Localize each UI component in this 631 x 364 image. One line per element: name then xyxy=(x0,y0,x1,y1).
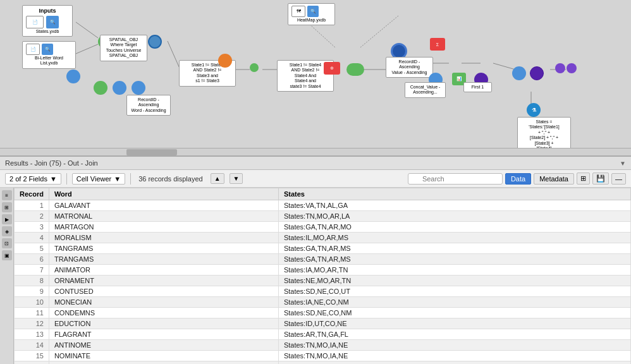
cell-record: 5 xyxy=(15,243,49,254)
fields-label: 2 of 2 Fields xyxy=(9,175,47,183)
sidebar-icon-5[interactable]: ⊡ xyxy=(2,238,12,248)
join-connector[interactable] xyxy=(346,63,364,76)
cell-word: MATRONAL xyxy=(49,211,278,222)
cell-record: 3 xyxy=(15,222,49,233)
cell-word: GALAVANT xyxy=(49,200,278,211)
table-row: 15 NOMINATE States:TN,MO,IA,NE xyxy=(15,351,631,361)
cell-word: ORNAMENT xyxy=(49,276,278,286)
cell-states: States:GA,TN,AR,MS xyxy=(278,243,630,254)
bi-letter-node[interactable]: 📄 🔍 Bi-Letter WordList.yxdb xyxy=(22,41,76,69)
cell-word: CONDEMNS xyxy=(49,308,278,318)
heatmap-node[interactable]: 🗺 🔍 HeatMap.yxdb xyxy=(288,3,335,25)
multi-output-node[interactable] xyxy=(555,63,577,73)
cell-word: ANIMATOR xyxy=(49,265,278,276)
output-node-1[interactable] xyxy=(250,63,259,72)
cell-states: States:ID,UT,CO,NE xyxy=(278,318,630,329)
cell-states: States:IL,MO,AR,MS xyxy=(278,233,630,243)
cell-word: FLAGRANT xyxy=(49,329,278,340)
python-node[interactable]: ⚗ xyxy=(527,103,541,117)
cell-states: States:AR,TN,GA,FL xyxy=(278,329,630,340)
sidebar-icon-2[interactable]: ⊞ xyxy=(2,202,12,212)
sort-node-1[interactable] xyxy=(66,70,80,83)
table-row: 7 ANIMATOR States:IA,MO,AR,TN xyxy=(15,265,631,276)
cell-states: States:IA,NE,CO,NM xyxy=(278,297,630,308)
workflow-canvas[interactable]: Inputs 📄 🔍 States.yxdb 📄 🔍 Bi-Letter Wor… xyxy=(0,0,631,157)
data-table: Record Word States 1 GALAVANT States:VA,… xyxy=(14,188,631,364)
records-count: 36 records displayed xyxy=(136,174,205,184)
options-btn[interactable]: — xyxy=(611,173,626,185)
summarize-node-2[interactable]: ⊕ xyxy=(324,62,340,75)
col-record[interactable]: Record xyxy=(15,188,49,200)
cell-record: 9 xyxy=(15,286,49,297)
cell-states: States:TN,MO,IA,NE xyxy=(278,351,630,361)
fields-selector[interactable]: 2 of 2 Fields ▼ xyxy=(5,173,61,185)
sort-up-btn[interactable]: ▲ xyxy=(211,173,224,184)
filter-node-3[interactable] xyxy=(132,81,145,95)
cell-word: TANGRAMS xyxy=(49,243,278,254)
col-states[interactable]: States xyxy=(278,188,630,200)
results-body: ≡ ⊞ ▶ ◈ ⊡ ▣ Record Word States 1 GALAVAN… xyxy=(0,188,631,364)
data-tab-btn[interactable]: Data xyxy=(505,173,531,185)
cell-states: States:SD,NE,CO,UT xyxy=(278,286,630,297)
sidebar-icon-3[interactable]: ▶ xyxy=(2,214,12,224)
concat-node[interactable]: Concat_Value -Ascending... xyxy=(405,82,446,98)
cell-record: 16 xyxy=(15,361,49,365)
cell-states: States:SD,NE,CO,NM xyxy=(278,308,630,318)
canvas-scrollbar[interactable] xyxy=(0,148,631,155)
cell-states: States:TN,MO,AR,LA xyxy=(278,211,630,222)
table-row: 6 TRANGAMS States:GA,TN,AR,MS xyxy=(15,254,631,265)
cell-record: 8 xyxy=(15,276,49,286)
spatial-node[interactable]: SPATIAL_OBJWhere TargetTouches UniverseS… xyxy=(100,35,147,61)
join-node-3[interactable] xyxy=(512,66,526,80)
sidebar-icon-6[interactable]: ▣ xyxy=(2,250,12,260)
sidebar-icon-1[interactable]: ≡ xyxy=(2,190,12,200)
cell-record: 14 xyxy=(15,340,49,351)
cell-viewer-btn[interactable]: Cell Viewer ▼ xyxy=(72,173,125,185)
results-panel: Results - Join (75) - Out - Join ▼ 2 of … xyxy=(0,157,631,364)
separator-2 xyxy=(130,173,131,185)
results-title: Results - Join (75) - Out - Join xyxy=(5,159,98,167)
summarize-node-3[interactable]: Σ xyxy=(430,38,445,51)
recordid-node-2[interactable]: RecordID -AscendingValue - Ascending xyxy=(386,57,433,78)
cell-record: 2 xyxy=(15,211,49,222)
cell-word: MEDIANTS xyxy=(49,361,278,365)
svg-line-10 xyxy=(493,63,515,70)
cell-word: TRANGAMS xyxy=(49,254,278,265)
search-input[interactable] xyxy=(408,173,503,185)
sidebar-icon-4[interactable]: ◈ xyxy=(2,226,12,236)
filter-node-2[interactable] xyxy=(113,81,126,95)
cell-states: States:NE,MO,AR,TN xyxy=(278,276,630,286)
formula-node-4[interactable] xyxy=(530,66,544,80)
panel-controls[interactable]: ▼ xyxy=(620,160,626,167)
fields-dropdown-icon: ▼ xyxy=(50,175,57,183)
results-header-bar: Results - Join (75) - Out - Join ▼ xyxy=(0,157,631,170)
table-row: 10 MONECIAN States:IA,NE,CO,NM xyxy=(15,297,631,308)
filter-node-1[interactable] xyxy=(94,81,107,95)
cell-word: EDUCTION xyxy=(49,318,278,329)
metadata-tab-btn[interactable]: Metadata xyxy=(534,173,574,185)
svg-line-3 xyxy=(168,41,180,70)
separator-1 xyxy=(66,173,67,185)
cell-states: States:GA,TN,AR,MS xyxy=(278,254,630,265)
summarize-node-1[interactable] xyxy=(218,54,232,68)
col-word[interactable]: Word xyxy=(49,188,278,200)
recordid-node-1[interactable]: RecordID -AscendingWord - Ascending xyxy=(126,95,171,116)
save-btn[interactable]: 💾 xyxy=(592,173,609,185)
cell-record: 11 xyxy=(15,308,49,318)
cell-record: 15 xyxy=(15,351,49,361)
inputs-node[interactable]: Inputs 📄 🔍 States.yxdb xyxy=(22,5,73,37)
first-1-node[interactable]: First 1 xyxy=(463,82,492,92)
table-row: 9 CONTUSED States:SD,NE,CO,UT xyxy=(15,286,631,297)
cell-record: 13 xyxy=(15,329,49,340)
cell-viewer-icon: ▼ xyxy=(114,175,121,183)
table-row: 3 MARTAGON States:GA,TN,AR,MO xyxy=(15,222,631,233)
sort-down-btn[interactable]: ▼ xyxy=(230,173,243,184)
cell-record: 6 xyxy=(15,254,49,265)
cell-word: MONECIAN xyxy=(49,297,278,308)
results-toolbar: 2 of 2 Fields ▼ Cell Viewer ▼ 36 records… xyxy=(0,170,631,188)
svg-line-14 xyxy=(360,16,398,47)
table-row: 4 MORALISM States:IL,MO,AR,MS xyxy=(15,233,631,243)
cell-states: States:GA,TN,AR,MO xyxy=(278,222,630,233)
copy-btn[interactable]: ⊞ xyxy=(577,173,590,185)
spatial-match-node[interactable] xyxy=(148,35,162,49)
